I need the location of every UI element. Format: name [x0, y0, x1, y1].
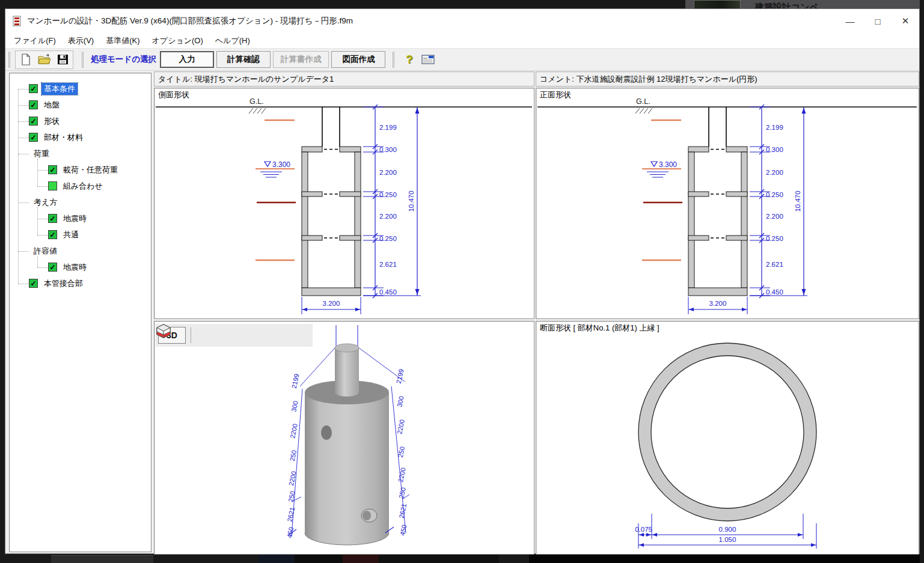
maximize-button[interactable]: □ [864, 9, 892, 33]
tree-item-3[interactable]: 形状 [10, 113, 151, 129]
svg-text:2621: 2621 [286, 507, 296, 522]
menu-item-3[interactable]: 基準値(K) [100, 33, 145, 49]
new-file-button[interactable] [16, 52, 35, 68]
view3d-toolbar: 3D [156, 324, 313, 347]
svg-text:3.200: 3.200 [323, 300, 340, 307]
tree-item-9[interactable]: 地震時 [10, 210, 151, 227]
tree-item-13[interactable]: 本管接合部 [10, 275, 151, 291]
section-panel: 断面形状 [ 部材No.1 (部材1) 上縁 ] 0.0750.9001.050 [536, 321, 919, 555]
svg-text:10.470: 10.470 [408, 190, 415, 212]
menu-item-2[interactable]: 表示(V) [62, 33, 100, 49]
tree-checkbox[interactable] [48, 230, 57, 239]
close-button[interactable]: ✕ [892, 9, 919, 33]
svg-text:10.470: 10.470 [794, 190, 801, 212]
mode-buttons: 入力計算確認計算書作成図面作成 [160, 51, 388, 68]
tree-rail [18, 89, 19, 284]
tree-item-label: 部材・材料 [41, 132, 85, 144]
tree-item-5[interactable]: 荷重 [10, 145, 151, 162]
menu-item-1[interactable]: ファイル(F) [8, 33, 62, 49]
tree-connector [37, 267, 48, 268]
minimize-button[interactable]: — [836, 9, 864, 33]
tree-item-label: 載荷・任意荷重 [61, 164, 120, 176]
title-strip: タイトル: 現場打ちマンホールのサンプルデータ1 [154, 72, 534, 87]
help-tool-group: ? [399, 51, 438, 68]
open-file-button[interactable] [35, 52, 54, 68]
tree-checkbox[interactable] [29, 100, 38, 109]
view-cube-button-1[interactable] [196, 327, 213, 343]
view-cube-button-5[interactable] [271, 327, 287, 343]
side-view-label: 側面形状 [157, 90, 191, 100]
save-file-button[interactable] [54, 52, 72, 68]
comment-strip: コメント: 下水道施設耐震設計例 12現場打ちマンホール(円形) [536, 72, 919, 87]
tree-connector [37, 219, 48, 219]
navigation-tree-panel: 基本条件地盤形状部材・材料荷重載荷・任意荷重組み合わせ考え方地震時共通許容値地震… [9, 73, 151, 552]
mode-button-2[interactable]: 計算確認 [216, 51, 271, 68]
svg-text:2.200: 2.200 [379, 169, 397, 176]
toolbar-grip[interactable] [393, 52, 397, 68]
svg-text:2.200: 2.200 [766, 169, 783, 176]
tree-item-2[interactable]: 地盤 [10, 97, 151, 113]
tree-connector [18, 105, 29, 106]
tree-item-label: 基本条件 [41, 83, 78, 95]
window-title: マンホールの設計・3D配筋 Ver.9 (x64)(開口部照査拡張オプション) … [27, 16, 353, 26]
tree-item-10[interactable]: 共通 [10, 227, 151, 243]
background-window-thumbnail [694, 0, 741, 8]
tree-connector [37, 235, 48, 236]
view-cube-button-6[interactable] [289, 327, 306, 343]
file-tool-group [15, 50, 73, 69]
mode-button-1[interactable]: 入力 [160, 51, 214, 68]
tree-connector [18, 138, 29, 138]
svg-text:2621: 2621 [397, 503, 408, 519]
view-cube-button-2[interactable] [215, 327, 231, 343]
tree-item-6[interactable]: 載荷・任意荷重 [10, 162, 151, 178]
tree-item-11[interactable]: 許容値 [10, 243, 151, 259]
tree-checkbox[interactable] [29, 279, 38, 288]
tree-connector [18, 202, 29, 203]
front-view-panel: 正面形状 G.L.3.3002.1990.3002.2000.2502.2000… [536, 88, 919, 319]
tree-checkbox[interactable] [29, 84, 38, 93]
tree-item-label: 組み合わせ [61, 180, 105, 192]
model-3d-drawing: 2199300220025022002502621450219930022002… [155, 321, 534, 554]
background-fragment [259, 554, 499, 563]
mode-button-4[interactable]: 図面作成 [331, 51, 385, 68]
svg-text:0.250: 0.250 [766, 235, 783, 242]
tree-rail [37, 207, 38, 235]
svg-text:G.L.: G.L. [636, 97, 650, 106]
svg-text:0.250: 0.250 [379, 191, 397, 198]
view-cubes [196, 327, 308, 343]
tree-item-12[interactable]: 地震時 [10, 259, 151, 275]
title-strip-text: タイトル: 現場打ちマンホールのサンプルデータ1 [158, 74, 334, 85]
tree-checkbox[interactable] [29, 133, 38, 142]
dialog-tool-button[interactable] [418, 52, 437, 68]
svg-text:G.L.: G.L. [249, 97, 264, 106]
view-cube-button-3[interactable] [233, 327, 250, 343]
view-cube-button-4[interactable] [252, 327, 269, 343]
tree-item-7[interactable]: 組み合わせ [10, 178, 151, 194]
tree-connector [18, 154, 29, 154]
toolbar-grip[interactable] [82, 52, 86, 68]
toolbar-grip[interactable] [8, 52, 13, 68]
background-window-text: 建築設計コンペ [755, 0, 819, 8]
tree-item-4[interactable]: 部材・材料 [10, 129, 151, 145]
tree-item-8[interactable]: 考え方 [10, 194, 151, 210]
svg-text:0.450: 0.450 [379, 288, 397, 296]
help-button[interactable]: ? [400, 52, 418, 68]
svg-text:0.075: 0.075 [635, 526, 652, 533]
tree-rail [37, 256, 38, 267]
tree-checkbox[interactable] [48, 263, 57, 272]
tree-checkbox[interactable] [48, 181, 57, 190]
tree-checkbox[interactable] [48, 214, 57, 223]
tree-checkbox[interactable] [48, 165, 57, 174]
svg-text:3.300: 3.300 [272, 160, 290, 169]
menu-item-4[interactable]: オプション(O) [146, 33, 209, 49]
open-folder-icon [38, 54, 51, 65]
tree-item-1[interactable]: 基本条件 [10, 81, 151, 97]
menu-item-5[interactable]: ヘルプ(H) [209, 33, 256, 49]
mode-button-3: 計算書作成 [273, 51, 329, 68]
svg-text:450: 450 [399, 524, 408, 536]
toolbar: 処理モードの選択 入力計算確認計算書作成図面作成 ? [5, 49, 919, 71]
tree-checkbox[interactable] [29, 117, 38, 126]
side-view-panel: 側面形状 G.L.3.3002.1990.3002.2000.2502.2000… [154, 88, 534, 319]
tree-item-label: 許容値 [31, 245, 60, 257]
tree-connector [18, 89, 29, 90]
